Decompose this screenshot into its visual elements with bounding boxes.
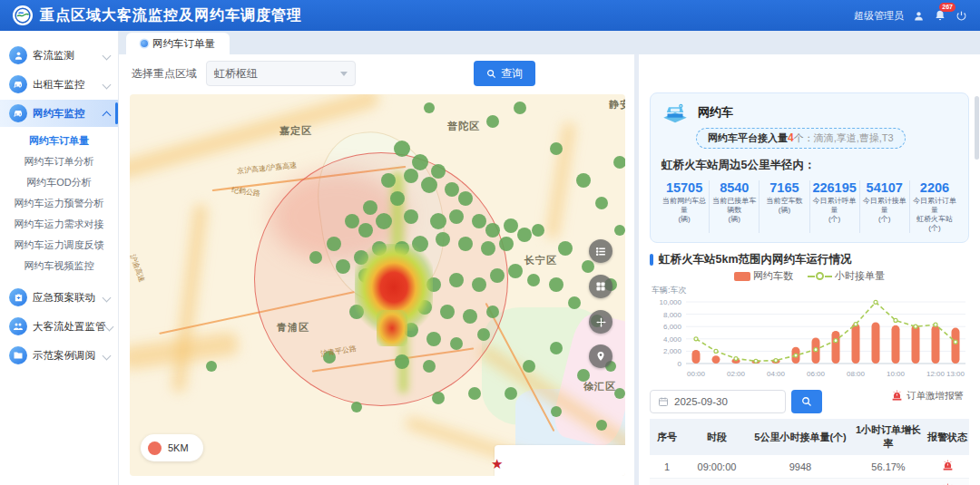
heat-blob <box>568 296 581 309</box>
line-swatch <box>825 276 832 277</box>
heat-blob <box>596 420 607 431</box>
stat-label: 今日累计呼单量(个) <box>812 197 858 224</box>
ridehailing-car-icon <box>660 101 691 124</box>
radius-dot-icon <box>148 441 162 455</box>
table-row[interactable]: 208:00:00637071.33% <box>650 479 969 485</box>
stat-value: 226195 <box>812 180 858 195</box>
sidebar-subitem-od-analysis[interactable]: 网约车OD分析 <box>0 172 118 193</box>
heat-blob <box>508 264 523 278</box>
heat-blob <box>558 241 573 256</box>
sidebar-item-emergency-plan[interactable]: 应急预案联动 <box>0 284 118 311</box>
alarm-legend: 订单激增报警 <box>891 390 969 404</box>
region-select[interactable]: 虹桥枢纽 <box>206 61 356 86</box>
svg-text:8,000: 8,000 <box>663 311 682 319</box>
search-icon <box>801 396 812 407</box>
right-panel-scrollbar[interactable] <box>975 96 979 160</box>
crowd-icon <box>9 317 27 335</box>
overview-title: 网约车 <box>698 104 733 121</box>
sidebar-subitem-capacity-demand[interactable]: 网约车运力需求对接 <box>0 214 118 235</box>
sidebar-item-demo-cases[interactable]: 示范案例调阅 <box>0 342 118 369</box>
col-no: 序号 <box>650 419 684 455</box>
heat-blob <box>527 274 540 286</box>
col-orders: 5公里小时接单量(个) <box>750 419 851 455</box>
heat-blob <box>576 173 591 188</box>
notification-bell-icon[interactable]: 267 <box>934 9 946 22</box>
svg-text:13:00: 13:00 <box>946 370 965 378</box>
logout-power-icon[interactable] <box>956 10 967 22</box>
app-logo-icon <box>13 5 33 25</box>
sidebar-subitem-order-volume[interactable]: 网约车订单量 <box>0 131 118 151</box>
notification-badge: 267 <box>939 3 956 12</box>
chevron-up-icon <box>103 111 112 120</box>
chevron-down-icon <box>104 322 113 331</box>
date-search-button[interactable] <box>791 390 822 413</box>
calendar-icon <box>658 396 669 407</box>
sidebar-subitem-order-analysis[interactable]: 网约车订单分析 <box>0 151 118 172</box>
heat-blob <box>485 223 500 238</box>
district-label: 静安区 <box>609 98 625 112</box>
heat-blob <box>550 142 563 155</box>
heat-blob <box>504 218 518 233</box>
heat-blob <box>490 268 505 283</box>
svg-text:6,000: 6,000 <box>663 323 682 331</box>
location-pin-icon <box>595 351 606 362</box>
tab-order-volume[interactable]: 网约车订单量 <box>126 33 230 54</box>
heat-blob <box>363 200 377 215</box>
col-time: 时段 <box>684 419 750 455</box>
heat-blob <box>486 115 499 128</box>
heat-blob <box>551 406 562 417</box>
sidebar-item-passenger-flow[interactable]: 客流监测 <box>0 42 118 69</box>
sidebar-subitem-capacity-warning[interactable]: 网约车运力预警分析 <box>0 193 118 214</box>
chevron-down-icon <box>340 72 348 76</box>
grid-view-button[interactable] <box>589 275 612 298</box>
road-glow <box>171 203 208 393</box>
legend-bar-series[interactable]: 网约车数 <box>734 269 793 283</box>
passenger-flow-icon <box>9 46 27 64</box>
heat-blob <box>336 259 350 274</box>
stat-value: 15705 <box>662 180 707 195</box>
platform-names: 滴滴,享道,曹操,T3 <box>814 132 894 143</box>
order-table-body: 109:00:00994856.17%208:00:00637071.33%30… <box>650 455 969 485</box>
platform-access-pill: 网约车平台接入量4个：滴滴,享道,曹操,T3 <box>696 128 906 149</box>
user-name[interactable]: 超级管理员 <box>854 9 904 23</box>
cell-alarm-status <box>926 455 969 479</box>
cell-orders: 9948 <box>750 455 851 479</box>
svg-text:0: 0 <box>678 360 682 368</box>
district-label: 长宁区 <box>524 254 557 267</box>
heat-blob <box>421 177 437 193</box>
alarm-siren-icon <box>891 390 903 404</box>
road-label: 沪渝高速 <box>130 253 147 284</box>
layers-list-button[interactable] <box>589 239 612 263</box>
ridehailing-submenu: 网约车订单量 网约车订单分析 网约车OD分析 网约车运力预警分析 网约车运力需求… <box>0 129 118 282</box>
heat-blob <box>440 305 455 319</box>
heatmap-map[interactable]: 嘉定区 普陀区 静安区 长宁区 青浦区 徐汇区 京沪高速/沪嘉高速 纪鹤公路 沪… <box>130 94 625 476</box>
query-button[interactable]: 查询 <box>474 61 535 86</box>
alarm-siren-icon <box>942 462 954 473</box>
heat-blob <box>481 241 495 256</box>
heat-blob <box>458 191 473 206</box>
locate-button[interactable] <box>589 344 612 368</box>
right-panel: 网约车 网约车平台接入量4个：滴滴,享道,曹操,T3 虹桥火车站周边5公里半径内… <box>639 54 980 485</box>
heat-blob <box>550 342 563 354</box>
sidebar-subitem-dispatch-feedback[interactable]: 网约车运力调度反馈 <box>0 235 118 256</box>
legend-line-series[interactable]: 小时接单量 <box>808 269 885 283</box>
app-header: 重点区域大客流监控及网约车调度管理 超级管理员 267 <box>0 0 980 31</box>
bar-swatch <box>734 272 750 281</box>
road-glow <box>545 121 576 240</box>
heat-blob <box>394 141 410 157</box>
heat-blob <box>381 173 396 188</box>
date-picker[interactable]: 2025-09-30 <box>650 390 786 413</box>
table-row[interactable]: 109:00:00994856.17% <box>650 455 969 479</box>
table-header-row: 序号 时段 5公里小时接单量(个) 1小时订单增长率 报警状态 <box>650 419 969 455</box>
heat-blob <box>614 225 625 236</box>
sidebar-subitem-video-monitor[interactable]: 网约车视频监控 <box>0 256 118 276</box>
heat-blob <box>206 361 217 372</box>
sidebar-item-taxi-monitor[interactable]: 出租车监控 <box>0 71 118 98</box>
user-icon[interactable] <box>913 10 925 22</box>
sidebar-item-ridehailing-monitor[interactable]: 网约车监控 <box>0 100 118 127</box>
heat-blob <box>436 232 450 247</box>
heat-blob <box>523 360 535 373</box>
sidebar-item-crowd-management[interactable]: 大客流处置监管 <box>0 313 118 340</box>
pan-move-button[interactable] <box>589 310 612 334</box>
svg-text:10:00: 10:00 <box>887 370 906 378</box>
